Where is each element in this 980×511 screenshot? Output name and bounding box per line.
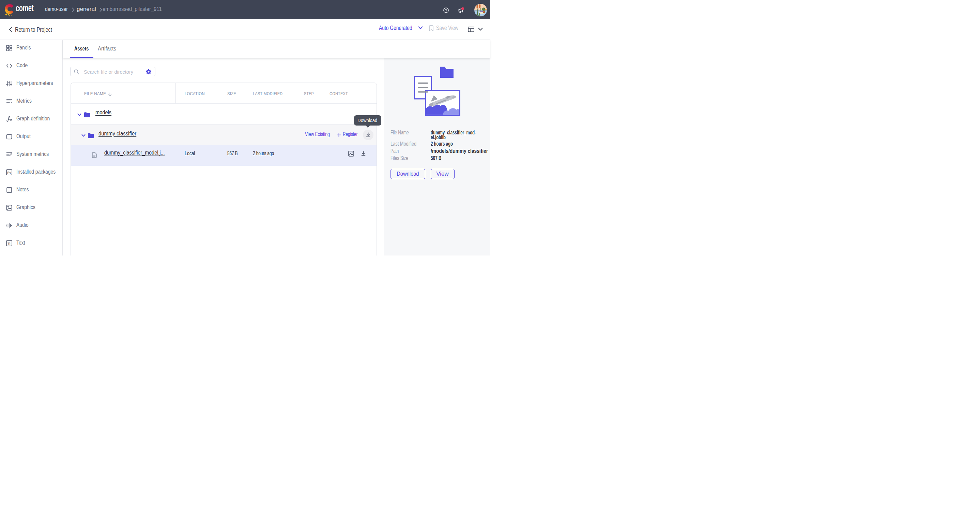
svg-text:Py: Py: [7, 171, 11, 174]
svg-text:Tr: Tr: [8, 241, 11, 245]
